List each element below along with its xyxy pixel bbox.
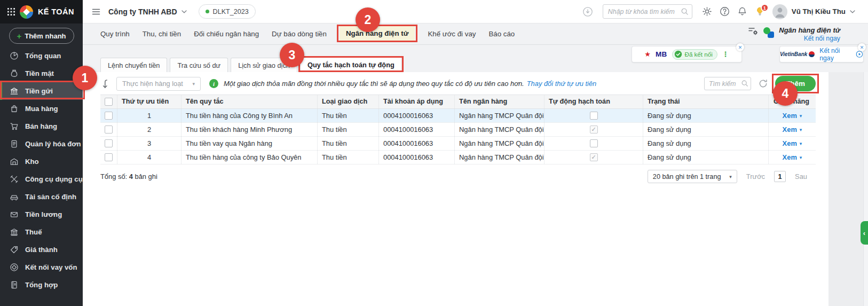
add-button[interactable]: Thêm 4 bbox=[775, 76, 816, 91]
sidebar-item-tai-san-co-dinh[interactable]: Tài sản cố định bbox=[0, 188, 83, 206]
sidebar-item-gia-thanh[interactable]: Giá thành bbox=[0, 241, 83, 258]
user-menu[interactable]: Vũ Thị Kiều Thu bbox=[772, 4, 855, 19]
bank-deposit-icon bbox=[10, 87, 19, 96]
sidebar-item-tien-gui[interactable]: Tiền gửi1 bbox=[0, 82, 83, 100]
column-header-tu-dong-hach-toan[interactable]: Tự động hạch toán bbox=[545, 95, 643, 108]
chevron-down-icon bbox=[850, 10, 855, 13]
column-header-tai-khoan-ap-dung[interactable]: Tài khoản áp dụng bbox=[379, 95, 455, 108]
sidebar-item-tong-hop[interactable]: Tổng hợp bbox=[0, 276, 83, 294]
subtab-tra-cuu-so-du[interactable]: Tra cứu số dư bbox=[170, 58, 228, 72]
tab-bao-cao[interactable]: Báo cáo bbox=[488, 23, 515, 45]
tab-du-bao-dong-tien[interactable]: Dự báo dòng tiền bbox=[272, 23, 327, 45]
costing-icon bbox=[10, 245, 19, 254]
refresh-icon[interactable] bbox=[758, 79, 768, 89]
page-size-select[interactable]: 20 bản ghi trên 1 trang ▾ bbox=[648, 170, 737, 183]
change-priority-link[interactable]: Thay đổi thứ tự ưu tiên bbox=[527, 80, 597, 88]
download-icon[interactable] bbox=[582, 6, 593, 17]
settings-gear-icon[interactable] bbox=[702, 6, 712, 17]
tab-doi-chieu-ngan-hang[interactable]: Đối chiếu ngân hàng bbox=[194, 23, 259, 45]
auto-posting-checkbox[interactable] bbox=[590, 112, 598, 120]
loan-icon bbox=[10, 263, 19, 272]
panel-expand-handle[interactable]: ‹ bbox=[861, 221, 868, 245]
sidebar-item-ket-noi-vay-von[interactable]: Kết nối vay vốn bbox=[0, 258, 83, 276]
auto-posting-checkbox[interactable]: ✓ bbox=[590, 125, 598, 134]
tab-thu-chi-tien[interactable]: Thu, chi tiền bbox=[143, 23, 181, 45]
help-icon[interactable] bbox=[720, 6, 730, 17]
close-icon[interactable]: ✕ bbox=[858, 43, 866, 51]
sidebar-nav: Tổng quanTiền mặtTiền gửi1Mua hàngBán hà… bbox=[0, 47, 83, 294]
sidebar-item-quan-ly-hoa-don[interactable]: Quản lý hóa đơn bbox=[0, 135, 83, 153]
scrollbar-track[interactable] bbox=[863, 72, 868, 306]
sidebar-item-thue[interactable]: Thuế bbox=[0, 223, 83, 241]
company-selector[interactable]: Công ty TNHH ABD bbox=[108, 7, 187, 16]
content-panel: Thực hiện hàng loạt ▾ i Một giao dịch th… bbox=[83, 72, 828, 306]
row-select-checkbox[interactable] bbox=[105, 153, 113, 161]
subtab-lenh-chuyen-tien[interactable]: Lệnh chuyển tiền bbox=[100, 58, 167, 72]
tab-ngan-hang-dien-tu[interactable]: Ngân hàng điện tử2 bbox=[340, 26, 415, 42]
row-select-checkbox[interactable] bbox=[105, 139, 113, 147]
auto-posting-checkbox[interactable] bbox=[590, 139, 598, 147]
hamburger-menu-icon[interactable] bbox=[91, 7, 101, 17]
prev-page-button[interactable]: Trước bbox=[746, 172, 765, 181]
notification-bell-icon[interactable] bbox=[737, 6, 747, 17]
lightbulb-tips-icon[interactable]: 1 bbox=[755, 6, 765, 17]
sidebar-item-cong-cu-dung-cu[interactable]: Công cụ dụng cụ bbox=[0, 170, 83, 188]
sidebar-item-kho[interactable]: Kho bbox=[0, 153, 83, 170]
column-header-loai-giao-dich[interactable]: Loại giao dịch bbox=[318, 95, 379, 108]
tab-quy-trinh[interactable]: Quy trình bbox=[100, 23, 130, 45]
cell-rule-name: Thu tiền vay qua Ngân hàng bbox=[182, 137, 318, 150]
cell-transaction-type: Thu tiền bbox=[318, 137, 379, 150]
row-action-view[interactable]: Xem▾ bbox=[783, 153, 802, 161]
caret-down-icon: ▾ bbox=[800, 155, 802, 160]
sidebar-item-label: Tiền mặt bbox=[25, 69, 54, 77]
table-row[interactable]: 4Thu tiền hàng của công ty Bảo QuyênThu … bbox=[100, 151, 816, 164]
quick-add-button[interactable]: + Thêm nhanh bbox=[9, 28, 74, 44]
tools-icon bbox=[10, 175, 19, 184]
tab-khe-uoc-di-vay[interactable]: Khế ước đi vay bbox=[428, 23, 476, 45]
row-select-checkbox[interactable] bbox=[105, 112, 113, 120]
table-search bbox=[704, 77, 751, 90]
header-checkbox-cell bbox=[100, 95, 117, 108]
row-select-checkbox[interactable] bbox=[105, 125, 113, 134]
batch-action-dropdown[interactable]: Thực hiện hàng loạt ▾ bbox=[116, 77, 201, 91]
subtab-quy-tac-hach-toan-tu-dong[interactable]: Quy tắc hạch toán tự động3 bbox=[300, 57, 402, 72]
display-settings-icon[interactable] bbox=[748, 26, 759, 36]
table-row[interactable]: 1Thu tiền hàng của Công ty Bình AnThu ti… bbox=[100, 109, 816, 123]
ebank-connect-link[interactable]: Kết nối ngay bbox=[804, 35, 840, 42]
current-page-input[interactable]: 1 bbox=[774, 171, 786, 182]
subtab-lich-su-giao-dich[interactable]: Lịch sử giao dịch bbox=[231, 58, 297, 72]
priority-sort-icon[interactable] bbox=[100, 79, 110, 89]
select-all-checkbox[interactable] bbox=[105, 98, 113, 106]
kebab-menu-icon[interactable]: ⋮ bbox=[722, 51, 729, 58]
sidebar-item-mua-hang[interactable]: Mua hàng bbox=[0, 100, 83, 117]
cell-priority: 4 bbox=[117, 151, 182, 164]
sidebar-item-tien-mat[interactable]: Tiền mặt bbox=[0, 65, 83, 82]
column-header-ten-ngan-hang[interactable]: Tên ngân hàng bbox=[455, 95, 545, 108]
cell-rule-name: Thu tiền hàng của công ty Bảo Quyên bbox=[182, 151, 318, 164]
column-header-chuc-nang[interactable]: Chức năng bbox=[769, 95, 816, 108]
app-grid-icon[interactable] bbox=[7, 8, 15, 15]
vietinbank-connect-link[interactable]: Kết nối ngay bbox=[819, 47, 863, 62]
sidebar-item-label: Tổng quan bbox=[25, 52, 61, 60]
row-action-view[interactable]: Xem▾ bbox=[783, 139, 802, 147]
sidebar-item-tien-luong[interactable]: Tiền lương bbox=[0, 206, 83, 223]
row-action-view[interactable]: Xem▾ bbox=[783, 112, 802, 120]
close-icon[interactable]: ✕ bbox=[736, 43, 744, 51]
sidebar-item-tong-quan[interactable]: Tổng quan bbox=[0, 47, 83, 65]
auto-posting-checkbox[interactable]: ✓ bbox=[590, 153, 598, 161]
sales-icon bbox=[10, 122, 19, 131]
total-records: Tổng số: 4 bản ghi bbox=[100, 172, 157, 181]
table-row[interactable]: 3Thu tiền vay qua Ngân hàngThu tiền00041… bbox=[100, 137, 816, 151]
vietinbank-logo: VietinBank bbox=[780, 51, 815, 57]
column-header-trang-thai[interactable]: Trạng thái bbox=[643, 95, 769, 108]
column-header-thu-tu-uu-tien[interactable]: Thứ tự ưu tiên bbox=[117, 95, 182, 108]
row-action-view[interactable]: Xem▾ bbox=[783, 125, 802, 134]
cell-account: 0004100016063 bbox=[379, 123, 455, 136]
next-page-button[interactable]: Sau bbox=[795, 172, 807, 181]
global-search-input[interactable] bbox=[603, 4, 692, 19]
column-header-ten-quy-tac[interactable]: Tên quy tắc bbox=[182, 95, 318, 108]
sidebar-item-label: Kết nối vay vốn bbox=[25, 263, 77, 271]
sidebar-item-ban-hang[interactable]: Bán hàng bbox=[0, 117, 83, 135]
cell-account: 0004100016063 bbox=[379, 137, 455, 150]
table-row[interactable]: 2Thu tiền khách hàng Minh PhươngThu tiền… bbox=[100, 123, 816, 137]
